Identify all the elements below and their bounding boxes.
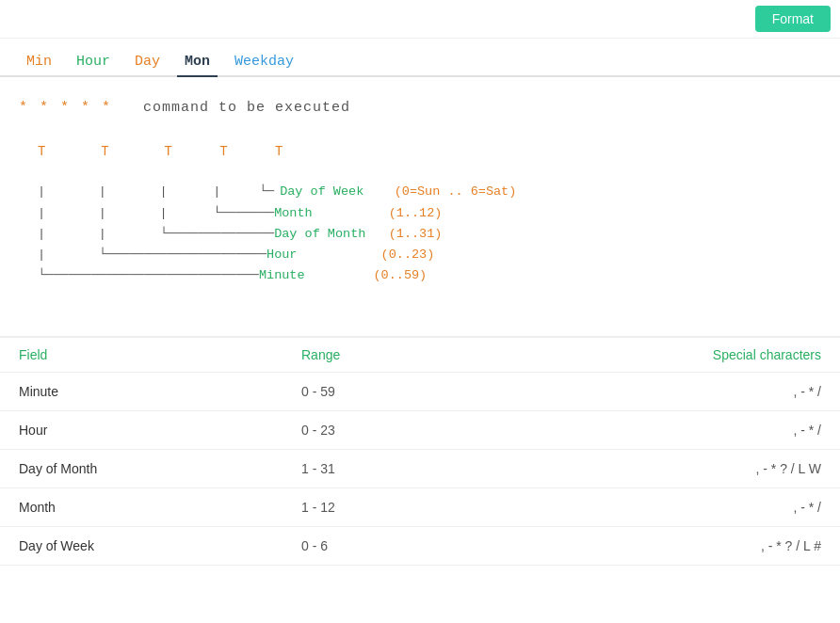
ascii-line-3: | | └──────────────Day of Month (1..31) <box>38 227 442 241</box>
row-range-dow: 0 - 6 <box>301 538 584 553</box>
row-special-minute: , - * / <box>584 384 821 399</box>
row-range-dom: 1 - 31 <box>301 461 584 476</box>
table-row: Day of Month 1 - 31 , - * ? / L W <box>0 450 840 488</box>
ascii-line-4: | └─────────────────────Hour (0..23) <box>38 248 434 262</box>
row-special-hour: , - * / <box>584 423 821 438</box>
row-special-dom: , - * ? / L W <box>584 461 821 476</box>
cron-fields: * * * * * <box>19 100 112 116</box>
table-row: Month 1 - 12 , - * / <box>0 488 840 527</box>
tab-day[interactable]: Day <box>127 48 168 77</box>
cron-command: command to be executed <box>143 100 350 116</box>
col-header-field: Field <box>19 347 301 362</box>
row-field-hour: Hour <box>19 423 301 438</box>
format-button[interactable]: Format <box>755 6 831 32</box>
ascii-line-5: └────────────────────────────Minute (0..… <box>38 268 427 282</box>
ascii-diagram: | | | | └─Day of Week (0=Sun .. 6=Sat) |… <box>19 161 821 308</box>
row-special-month: , - * / <box>584 500 821 515</box>
t-labels-row: T T T T T <box>19 144 821 161</box>
row-range-month: 1 - 12 <box>301 500 584 515</box>
row-range-minute: 0 - 59 <box>301 384 584 399</box>
col-header-range: Range <box>301 347 584 362</box>
row-range-hour: 0 - 23 <box>301 423 584 438</box>
row-field-minute: Minute <box>19 384 301 399</box>
ascii-line-1: | | | | └─Day of Week (0=Sun .. 6=Sat) <box>38 184 516 199</box>
table-header: Field Range Special characters <box>0 338 840 373</box>
tab-hour[interactable]: Hour <box>69 48 118 77</box>
col-header-special: Special characters <box>584 347 821 362</box>
row-field-dom: Day of Month <box>19 461 301 476</box>
table-row: Hour 0 - 23 , - * / <box>0 411 840 450</box>
table-row: Minute 0 - 59 , - * / <box>0 373 840 411</box>
diagram-section: T T T T T | | | | └─Day of Week (0=Sun .… <box>0 135 840 327</box>
cron-expression: * * * * * command to be executed <box>0 77 840 135</box>
row-special-dow: , - * ? / L # <box>584 538 821 553</box>
tab-weekday[interactable]: Weekday <box>227 48 301 77</box>
table-row: Day of Week 0 - 6 , - * ? / L # <box>0 527 840 566</box>
nav-tabs: Min Hour Day Mon Weekday <box>0 39 840 77</box>
row-field-dow: Day of Week <box>19 538 301 553</box>
row-field-month: Month <box>19 500 301 515</box>
table-section: Field Range Special characters Minute 0 … <box>0 336 840 566</box>
tab-mon[interactable]: Mon <box>177 48 218 77</box>
ascii-line-2: | | | └───────Month (1..12) <box>38 206 442 220</box>
tab-min[interactable]: Min <box>19 48 59 77</box>
header: Format <box>0 0 840 39</box>
